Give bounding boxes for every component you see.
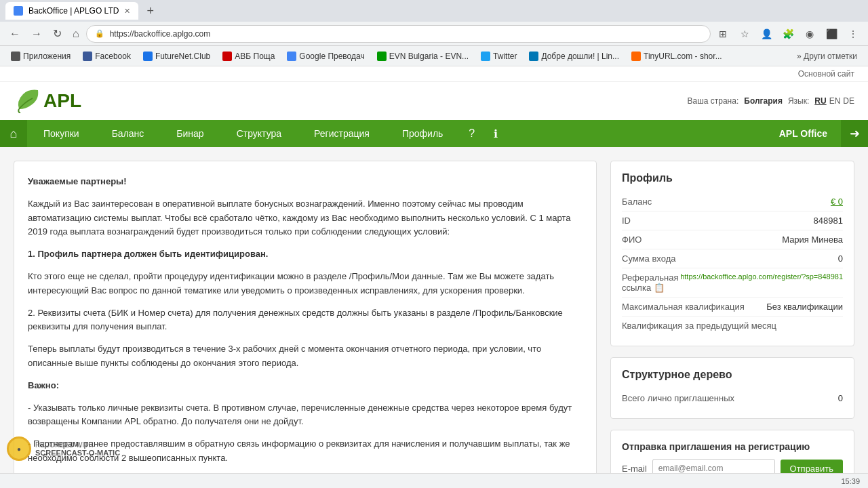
profile-fio-row: ФИО Мария Минева [622, 230, 843, 249]
applications-icon [11, 52, 20, 61]
nav-info-icon[interactable]: ℹ [484, 120, 507, 147]
invited-value: 0 [838, 393, 843, 403]
country-label: Ваша страна: [687, 96, 738, 106]
site-navigation: ⌂ Покупки Баланс Бинар Структура Регистр… [0, 120, 868, 147]
futurenet-icon [143, 52, 153, 61]
maxqual-value: Без квалификации [766, 302, 843, 312]
sidebar: Профиль Баланс € 0 ID 848981 ФИО Мария М… [610, 161, 854, 488]
bookmark-tinyurl[interactable]: TinyURL.com - shor... [626, 50, 728, 62]
back-button[interactable]: ← [5, 25, 24, 43]
url-text: https://backoffice.aplgo.com [110, 29, 211, 39]
google-icon [287, 52, 296, 61]
content-important-title: Важно: [28, 379, 583, 393]
menu-icon[interactable]: ⋮ [844, 24, 863, 43]
nav-logout-button[interactable]: ➜ [841, 120, 868, 147]
forward-button[interactable]: → [27, 25, 46, 43]
content-greeting: Уважаемые партнеры! [28, 175, 583, 189]
nav-help-icon[interactable]: ? [459, 120, 484, 147]
more-bookmarks-button[interactable]: » Други отметки [791, 50, 863, 62]
browser-titlebar: BackOffice | APLGO LTD ✕ + [0, 0, 868, 22]
invited-label: Всего лично приглашенных [622, 393, 734, 403]
nav-registration[interactable]: Регистрация [298, 120, 386, 147]
tab-title: BackOffice | APLGO LTD [28, 6, 119, 16]
profile-icon[interactable]: 👤 [757, 24, 776, 43]
address-bar[interactable]: 🔒 https://backoffice.aplgo.com [86, 25, 711, 43]
nav-profile[interactable]: Профиль [386, 120, 459, 147]
bookmark-futurenet-label: FutureNet.Club [155, 52, 210, 61]
main-site-link[interactable]: Основной сайт [798, 69, 854, 79]
bookmark-google[interactable]: Google Преводач [281, 50, 370, 62]
bookmark-applications[interactable]: Приложения [5, 50, 76, 62]
invited-row: Всего лично приглашенных 0 [622, 389, 843, 407]
bookmark-evn[interactable]: EVN Bulgaria - EVN... [372, 50, 474, 62]
content-paragraph1: Каждый из Вас заинтересован в оперативно… [28, 197, 583, 239]
balance-label: Баланс [622, 197, 652, 207]
bookmark-post-label: АВБ Поща [235, 52, 275, 61]
tab-close-button[interactable]: ✕ [124, 7, 130, 16]
extension-icon2[interactable]: ◉ [800, 24, 819, 43]
balance-value[interactable]: € 0 [831, 197, 843, 207]
fio-label: ФИО [622, 235, 642, 245]
website: Основной сайт APL Ваша страна: Болгария … [0, 66, 868, 488]
logo-leaf-icon [14, 89, 41, 113]
income-value: 0 [838, 253, 843, 264]
bookmark-tinyurl-label: TinyURL.com - shor... [644, 52, 722, 61]
country-language-selector: Ваша страна: Болгария Язык: RU EN DE [687, 96, 854, 106]
content-important-item1: - Указывать только личные реквизиты счет… [28, 401, 583, 430]
bookmark-star-icon[interactable]: ☆ [735, 24, 754, 43]
invite-email-label: E-mail [622, 464, 647, 474]
evn-icon [377, 52, 387, 61]
site-header-top: Основной сайт [0, 66, 868, 82]
country-name: Болгария [744, 96, 783, 106]
site-header-right: Ваша страна: Болгария Язык: RU EN DE [687, 96, 854, 106]
browser-tab[interactable]: BackOffice | APLGO LTD ✕ [5, 2, 138, 20]
bookmark-facebook-label: Facebook [95, 52, 131, 61]
id-label: ID [622, 216, 631, 226]
bookmark-twitter[interactable]: Twitter [475, 50, 522, 62]
bookmark-futurenet[interactable]: FutureNet.Club [138, 50, 216, 62]
bookmark-evn-label: EVN Bulgaria - EVN... [389, 52, 469, 61]
browser-toolbar: ← → ↻ ⌂ 🔒 https://backoffice.aplgo.com ⊞… [0, 22, 868, 46]
status-bar: 15:39 [0, 473, 868, 488]
invite-title: Отправка приглашения на регистрацию [622, 441, 843, 452]
structure-tree-card: Структурное дерево Всего лично приглашен… [610, 357, 854, 419]
profile-card: Профиль Баланс € 0 ID 848981 ФИО Мария М… [610, 161, 854, 346]
twitter-icon [481, 52, 490, 61]
bookmark-post[interactable]: АВБ Поща [217, 50, 280, 62]
profile-reflink-row: Реферальнаяссылка 📋 https://backoffice.a… [622, 268, 843, 298]
site-header: APL Ваша страна: Болгария Язык: RU EN DE [0, 82, 868, 120]
copy-icon[interactable]: 📋 [654, 283, 665, 293]
content-point2-body: Теперь выплаты будут производиться в теч… [28, 342, 583, 371]
status-time: 15:39 [841, 477, 860, 485]
lang-de[interactable]: DE [843, 96, 854, 106]
site-logo: APL [14, 89, 81, 113]
nav-office-label: APL Office [766, 120, 841, 147]
logo-text: APL [43, 90, 81, 112]
content-point2-title: 2. Реквизиты счета (БИК и Номер счета) д… [28, 306, 583, 335]
nav-balance[interactable]: Баланс [96, 120, 161, 147]
new-tab-button[interactable]: + [141, 4, 159, 18]
linkedin-icon [529, 52, 538, 61]
reload-button[interactable]: ↻ [49, 24, 66, 43]
reflink-value[interactable]: https://backoffice.aplgo.com/register/?s… [680, 272, 843, 281]
profile-balance-row: Баланс € 0 [622, 192, 843, 211]
extension-icon1[interactable]: 🧩 [778, 24, 797, 43]
lang-en[interactable]: EN [829, 96, 841, 106]
nav-purchases[interactable]: Покупки [27, 120, 96, 147]
bookmark-linkedin[interactable]: Добре дошли! | Lin... [524, 50, 625, 62]
profile-prevqual-row: Квалификация за предыдущий месяц [622, 317, 843, 335]
lang-ru[interactable]: RU [814, 96, 826, 106]
content-point1-title: 1. Профиль партнера должен быть идентифи… [28, 247, 583, 262]
extension-icon3[interactable]: ⬛ [822, 24, 841, 43]
bookmark-facebook[interactable]: Facebook [77, 50, 136, 62]
profile-card-title: Профиль [622, 172, 843, 184]
translate-icon[interactable]: ⊞ [713, 24, 732, 43]
nav-home-button[interactable]: ⌂ [0, 120, 27, 147]
tab-favicon [14, 6, 23, 16]
home-button[interactable]: ⌂ [68, 25, 83, 43]
watermark-text: RECORDED WITH SCREENCAST-O-MATIC [35, 441, 120, 457]
bookmark-applications-label: Приложения [23, 52, 71, 61]
fio-value: Мария Минева [782, 235, 843, 245]
nav-structure[interactable]: Структура [220, 120, 298, 147]
nav-binary[interactable]: Бинар [160, 120, 220, 147]
